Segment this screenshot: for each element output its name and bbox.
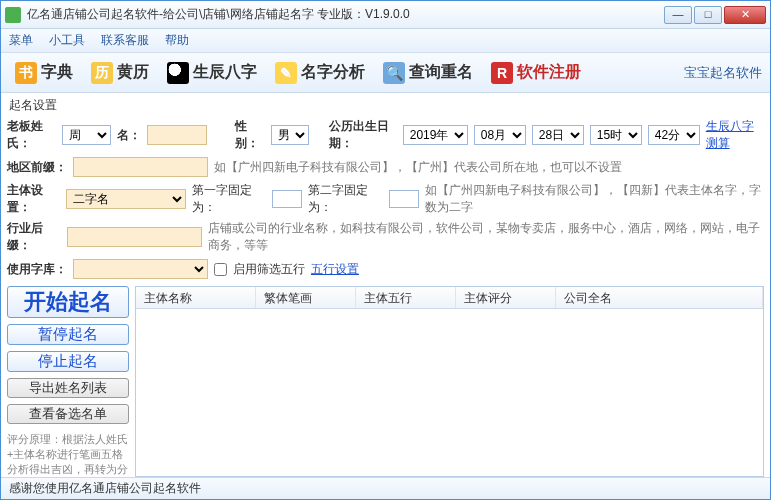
gender-label: 性别： — [235, 118, 264, 152]
wuxing-checkbox[interactable] — [214, 263, 227, 276]
fix1-input[interactable] — [272, 190, 302, 208]
surname-select[interactable]: 周 — [62, 125, 112, 145]
wuxing-link[interactable]: 五行设置 — [311, 261, 359, 278]
prefix-input[interactable] — [73, 157, 208, 177]
gender-select[interactable]: 男 — [271, 125, 309, 145]
suffix-input[interactable] — [67, 227, 202, 247]
pause-button[interactable]: 暂停起名 — [7, 324, 129, 345]
menu-tools[interactable]: 小工具 — [49, 32, 85, 49]
section-title: 起名设置 — [9, 97, 764, 114]
status-text: 感谢您使用亿名通店铺公司起名软件 — [9, 480, 201, 497]
subject-hint: 如【广州四新电子科技有限公司】，【四新】代表主体名字，字数为二字 — [425, 182, 764, 216]
yinyang-icon — [167, 62, 189, 84]
results-table: 主体名称 繁体笔画 主体五行 主体评分 公司全名 — [135, 286, 764, 477]
search-icon: 🔍 — [383, 62, 405, 84]
brand-label: 宝宝起名软件 — [684, 64, 762, 82]
subject-label: 主体设置： — [7, 182, 60, 216]
titlebar: 亿名通店铺公司起名软件-给公司\店铺\网络店铺起名字 专业版：V1.9.0.0 … — [1, 1, 770, 29]
suffix-label: 行业后缀： — [7, 220, 61, 254]
fix2-input[interactable] — [389, 190, 419, 208]
left-panel: 开始起名 暂停起名 停止起名 导出姓名列表 查看备选名单 评分原理：根据法人姓氏… — [7, 286, 129, 477]
surname-label: 老板姓氏： — [7, 118, 56, 152]
tips-text: 评分原理：根据法人姓氏+主体名称进行笔画五格分析得出吉凶，再转为分数，如80~1… — [7, 432, 129, 477]
statusbar: 感谢您使用亿名通店铺公司起名软件 — [1, 477, 770, 499]
prefix-label: 地区前缀： — [7, 159, 67, 176]
hour-select[interactable]: 15时 — [590, 125, 642, 145]
year-select[interactable]: 2019年 — [403, 125, 468, 145]
table-body — [136, 309, 763, 476]
close-button[interactable]: ✕ — [724, 6, 766, 24]
fix1-label: 第一字固定为： — [192, 182, 266, 216]
maximize-button[interactable]: □ — [694, 6, 722, 24]
export-button[interactable]: 导出姓名列表 — [7, 378, 129, 398]
wuxing-check-label: 启用筛选五行 — [233, 261, 305, 278]
stop-button[interactable]: 停止起名 — [7, 351, 129, 372]
table-header: 主体名称 繁体笔画 主体五行 主体评分 公司全名 — [136, 287, 763, 309]
tool-bazi[interactable]: 生辰八字 — [161, 60, 263, 86]
subject-select[interactable]: 二字名 — [66, 189, 186, 209]
day-select[interactable]: 28日 — [532, 125, 584, 145]
menubar: 菜单 小工具 联系客服 帮助 — [1, 29, 770, 53]
menu-support[interactable]: 联系客服 — [101, 32, 149, 49]
toolbar: 书字典 历黄历 生辰八字 ✎名字分析 🔍查询重名 R软件注册 宝宝起名软件 — [1, 53, 770, 93]
app-icon — [5, 7, 21, 23]
col-strokes[interactable]: 繁体笔画 — [256, 287, 356, 308]
col-score[interactable]: 主体评分 — [456, 287, 556, 308]
col-fullname[interactable]: 公司全名 — [556, 287, 763, 308]
minute-select[interactable]: 42分 — [648, 125, 700, 145]
calendar-icon: 历 — [91, 62, 113, 84]
col-wuxing[interactable]: 主体五行 — [356, 287, 456, 308]
tool-dict[interactable]: 书字典 — [9, 60, 79, 86]
candidates-button[interactable]: 查看备选名单 — [7, 404, 129, 424]
form-area: 老板姓氏： 周 名： 性别： 男 公历出生日期： 2019年 08月 28日 1… — [7, 118, 764, 280]
dict-select[interactable] — [73, 259, 208, 279]
book-icon: 书 — [15, 62, 37, 84]
month-select[interactable]: 08月 — [474, 125, 526, 145]
register-icon: R — [491, 62, 513, 84]
col-name[interactable]: 主体名称 — [136, 287, 256, 308]
menu-main[interactable]: 菜单 — [9, 32, 33, 49]
dict-label: 使用字库： — [7, 261, 67, 278]
given-input[interactable] — [147, 125, 207, 145]
minimize-button[interactable]: — — [664, 6, 692, 24]
tool-calendar[interactable]: 历黄历 — [85, 60, 155, 86]
tool-analyze[interactable]: ✎名字分析 — [269, 60, 371, 86]
prefix-hint: 如【广州四新电子科技有限公司】，【广州】代表公司所在地，也可以不设置 — [214, 159, 622, 176]
tool-register[interactable]: R软件注册 — [485, 60, 587, 86]
menu-help[interactable]: 帮助 — [165, 32, 189, 49]
suffix-hint: 店铺或公司的行业名称，如科技有限公司，软件公司，某物专卖店，服务中心，酒店，网络… — [208, 220, 764, 254]
bazi-link[interactable]: 生辰八字测算 — [706, 118, 764, 152]
given-label: 名： — [117, 127, 141, 144]
birth-label: 公历出生日期： — [329, 118, 397, 152]
window-title: 亿名通店铺公司起名软件-给公司\店铺\网络店铺起名字 专业版：V1.9.0.0 — [27, 6, 664, 23]
start-button[interactable]: 开始起名 — [7, 286, 129, 318]
tool-query[interactable]: 🔍查询重名 — [377, 60, 479, 86]
fix2-label: 第二字固定为： — [308, 182, 382, 216]
note-icon: ✎ — [275, 62, 297, 84]
